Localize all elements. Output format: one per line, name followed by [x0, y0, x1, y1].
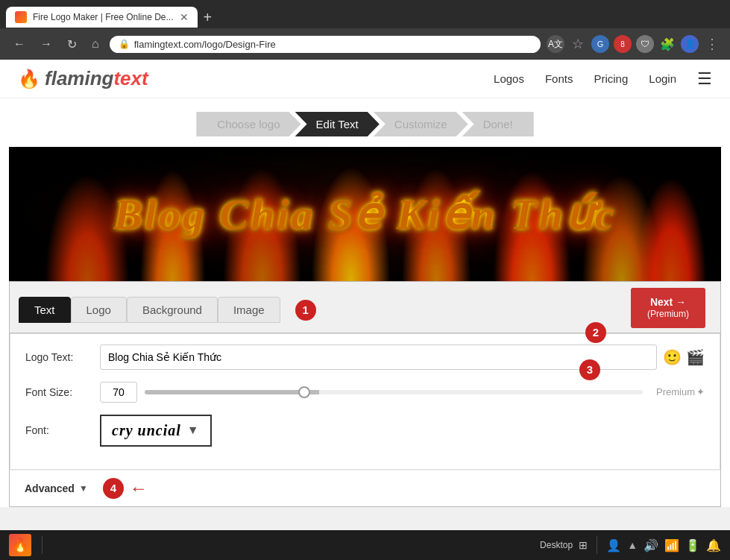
font-size-slider[interactable] — [145, 390, 643, 394]
flame-bg-right3 — [635, 177, 707, 281]
text-input-icons: 🙂 🎬 — [663, 348, 705, 366]
nav-login[interactable]: Login — [649, 72, 676, 85]
browser-toolbar-icons: A文 ☆ G 8 🛡 🧩 👤 ⋮ — [547, 35, 721, 53]
font-select-container: cry uncial ▼ — [100, 415, 212, 447]
site-header: 🔥 flamingtext Logos Fonts Pricing Login … — [0, 60, 730, 98]
logo-preview-text: Blog Chia Sẻ Kiến Thức — [113, 189, 617, 239]
new-tab-button[interactable]: + — [198, 6, 218, 29]
nav-pricing[interactable]: Pricing — [594, 72, 628, 85]
font-selector[interactable]: cry uncial ▼ — [100, 415, 212, 447]
annotation-2: 2 — [585, 322, 606, 343]
hamburger-icon[interactable]: ☰ — [697, 69, 712, 89]
taskbar-desktop-icon[interactable]: ⊞ — [579, 539, 588, 551]
taskbar-person-icon[interactable]: 👤 — [606, 538, 621, 553]
tab-logo[interactable]: Logo — [71, 297, 127, 323]
taskbar-battery-icon[interactable]: 🔋 — [685, 538, 700, 553]
refresh-button[interactable]: ↻ — [63, 36, 81, 53]
address-input[interactable]: 🔒 flamingtext.com/logo/Design-Fire — [110, 36, 541, 53]
tab-bar: Fire Logo Maker | Free Online De... ✕ + — [0, 0, 730, 28]
wizard-step-edit-text[interactable]: Edit Text — [295, 112, 380, 136]
taskbar-notification-icon[interactable]: 🔔 — [706, 538, 721, 553]
annotation-3: 3 — [579, 359, 600, 380]
logo-text-row: Logo Text: 🙂 🎬 2 — [25, 345, 705, 370]
taskbar-speaker-icon[interactable]: 🔊 — [644, 538, 658, 553]
taskbar-separator-2 — [597, 536, 597, 554]
advanced-toggle[interactable]: Advanced ▼ — [25, 482, 88, 494]
flame-icon: 🔥 — [18, 69, 40, 89]
panel-tab-row: Text Logo Background Image 1 Next → (Pre… — [10, 282, 720, 333]
logo-preview: Blog Chia Sẻ Kiến Thức — [9, 147, 721, 281]
extensions-icon[interactable]: 🧩 — [658, 35, 676, 53]
back-button[interactable]: ← — [9, 36, 30, 52]
brand-logo[interactable]: 🔥 flamingtext — [18, 67, 148, 90]
browser-window: Fire Logo Maker | Free Online De... ✕ + … — [0, 0, 730, 60]
next-button-container: Next → (Premium) — [631, 288, 705, 328]
taskbar-right: Desktop ⊞ 👤 ▲ 🔊 📶 🔋 🔔 — [540, 536, 721, 554]
tab-background[interactable]: Background — [127, 297, 218, 323]
home-button[interactable]: ⌂ — [87, 36, 104, 52]
annotation-4: 4 — [103, 478, 124, 499]
next-button[interactable]: Next → (Premium) — [631, 288, 705, 328]
premium-badge: Premium ✦ — [656, 386, 705, 397]
annotation-4-area: 4 — [103, 478, 124, 499]
website: 🔥 flamingtext Logos Fonts Pricing Login … — [0, 60, 730, 507]
header-nav: Logos Fonts Pricing Login ☰ — [494, 69, 712, 89]
taskbar-separator-1 — [42, 536, 43, 554]
taskbar-network-icon[interactable]: 📶 — [664, 538, 679, 553]
nav-fonts[interactable]: Fonts — [545, 72, 573, 85]
taskbar: 🔥 Desktop ⊞ 👤 ▲ 🔊 📶 🔋 🔔 — [0, 530, 730, 560]
wizard-steps: Choose logo Edit Text Customize Done! — [0, 98, 730, 147]
advanced-arrow-icon: ▼ — [79, 483, 88, 494]
extension-icon-3[interactable]: 🛡 — [636, 35, 654, 53]
brand-text-part: text — [113, 67, 148, 89]
font-row: Font: cry uncial ▼ — [25, 415, 705, 447]
annotation-3-area: 3 — [579, 359, 600, 380]
wizard-step-choose-logo[interactable]: Choose logo — [196, 112, 301, 136]
forward-button[interactable]: → — [36, 36, 57, 52]
font-dropdown-icon: ▼ — [187, 424, 200, 437]
font-size-row: Font Size: Premium ✦ 3 — [25, 382, 705, 403]
url-text: flamingtext.com/logo/Design-Fire — [134, 39, 276, 50]
wizard-step-customize[interactable]: Customize — [374, 112, 468, 136]
translate-icon[interactable]: A文 — [547, 35, 564, 53]
taskbar-up-arrow-icon[interactable]: ▲ — [627, 539, 638, 551]
video-icon[interactable]: 🎬 — [686, 348, 705, 366]
address-bar: ← → ↻ ⌂ 🔒 flamingtext.com/logo/Design-Fi… — [0, 28, 730, 60]
form-area: Logo Text: 🙂 🎬 2 Font Size: Pr — [10, 333, 720, 470]
font-size-input[interactable] — [100, 382, 137, 403]
emoji-icon[interactable]: 🙂 — [663, 348, 682, 366]
slider-container: Premium ✦ — [100, 382, 705, 403]
logo-preview-wrapper: Blog Chia Sẻ Kiến Thức — [9, 147, 721, 281]
font-size-label: Font Size: — [25, 386, 100, 398]
tab-favicon — [15, 11, 27, 23]
desktop-label: Desktop — [540, 540, 573, 550]
brand-text: flamingtext — [45, 67, 148, 90]
logo-text-label: Logo Text: — [25, 351, 100, 363]
tab-image[interactable]: Image — [218, 297, 280, 323]
logo-text-input[interactable] — [100, 345, 657, 370]
tab-text[interactable]: Text — [19, 297, 71, 323]
annotation-1-area: 1 — [295, 300, 316, 321]
wizard-step-done[interactable]: Done! — [462, 112, 534, 136]
tab-title: Fire Logo Maker | Free Online De... — [33, 12, 174, 22]
annotation-1: 1 — [295, 300, 316, 321]
annotation-4-arrow: ← — [130, 478, 148, 499]
font-label: Font: — [25, 424, 100, 436]
lock-icon: 🔒 — [119, 39, 130, 49]
brand-flaming: flaming — [45, 67, 113, 89]
premium-star-icon: ✦ — [696, 386, 705, 397]
panel-container: Text Logo Background Image 1 Next → (Pre… — [9, 281, 721, 507]
tab-close-button[interactable]: ✕ — [180, 11, 189, 23]
bookmark-icon[interactable]: ☆ — [569, 35, 587, 53]
extension-icon-1[interactable]: G — [591, 35, 609, 53]
profile-icon[interactable]: 👤 — [681, 35, 699, 53]
taskbar-start-icon[interactable]: 🔥 — [9, 534, 31, 556]
browser-tab[interactable]: Fire Logo Maker | Free Online De... ✕ — [6, 7, 198, 28]
nav-logos[interactable]: Logos — [494, 72, 524, 85]
advanced-row: Advanced ▼ 4 ← — [10, 470, 720, 506]
menu-icon[interactable]: ⋮ — [703, 35, 721, 53]
extension-icon-2[interactable]: 8 — [614, 35, 632, 53]
